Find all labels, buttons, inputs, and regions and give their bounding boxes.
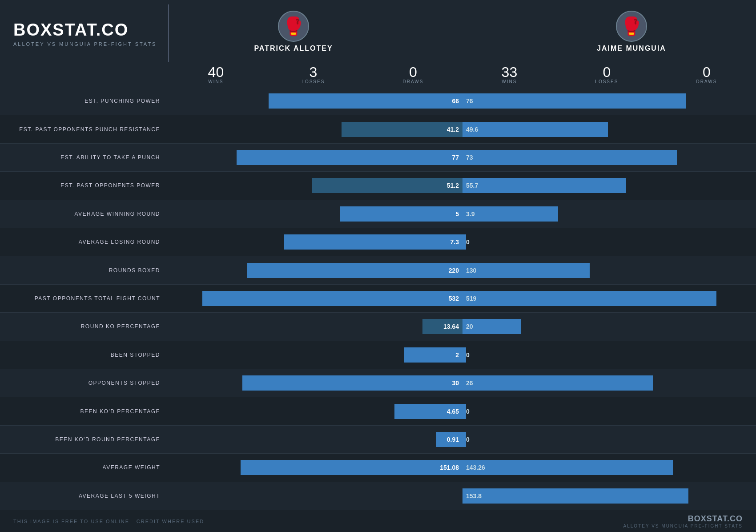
bar-right-value: 20 — [466, 323, 473, 330]
stat-row: ROUND KO PERCENTAGE 13.64 20 — [0, 312, 756, 340]
stat-label: ROUNDS BOXED — [0, 267, 169, 274]
bar-left: 30 — [242, 375, 462, 391]
left-bars: 220 — [169, 256, 462, 284]
stat-label: ROUND KO PERCENTAGE — [0, 323, 169, 330]
bar-right-container: 153.8 — [462, 482, 756, 510]
left-bars: 30 — [169, 369, 462, 397]
bar-right-value: 0 — [466, 436, 470, 443]
bar-left-value: 0.91 — [447, 436, 459, 443]
bar-right-value: 73 — [466, 154, 473, 161]
logo-section: BOXSTAT.CO ALLOTEY VS MUNGUIA PRE-FIGHT … — [0, 4, 169, 62]
bar-right-value: 26 — [466, 379, 473, 387]
stat-label: BEEN KO'D ROUND PERCENTAGE — [0, 436, 169, 443]
bar-right: 0 — [462, 432, 466, 447]
bar-left: 4.65 — [394, 404, 462, 419]
left-bars — [169, 482, 462, 510]
fighter2-avatar: 🥊 — [616, 11, 647, 42]
left-bars: 151.08 — [169, 454, 462, 481]
stat-row: OPPONENTS STOPPED 30 26 — [0, 369, 756, 397]
right-bars: 0 — [462, 228, 756, 256]
stat-bars: 30 26 — [169, 369, 756, 397]
right-bars: 55.7 — [462, 172, 756, 199]
bar-left-container: 220 — [169, 256, 462, 284]
stat-row: EST. PAST OPPONENTS PUNCH RESISTANCE 41.… — [0, 115, 756, 143]
fighter1-draws: 0 DRAWS — [403, 65, 424, 84]
right-bars: 519 — [462, 285, 756, 312]
bar-right: 20 — [462, 319, 521, 334]
right-bars: 143.26 — [462, 454, 756, 481]
fighters-header: 🥊 PATRICK ALLOTEY 🥊 JAIME MUNGUIA — [169, 11, 756, 56]
fighter2-wins: 33 WINS — [502, 65, 518, 84]
bar-left-container: 5 — [169, 200, 462, 228]
bar-left-container — [169, 482, 462, 510]
record-spacer — [0, 62, 169, 87]
stat-row: AVERAGE LAST 5 WEIGHT 153.8 — [0, 482, 756, 510]
fighter1-losses: 3 LOSSES — [302, 65, 325, 84]
bar-right-container: 26 — [462, 369, 756, 397]
stat-label: AVERAGE WINNING ROUND — [0, 211, 169, 217]
stat-label: AVERAGE WEIGHT — [0, 464, 169, 471]
bar-right-container: 0 — [462, 397, 756, 425]
stat-row: EST. PAST OPPONENTS POWER 51.2 55.7 — [0, 171, 756, 199]
bar-right-value: 130 — [466, 267, 476, 274]
bar-left-container: 0.91 — [169, 426, 462, 453]
left-bars: 41.2 — [169, 115, 462, 143]
bar-left: 13.64 — [422, 319, 462, 334]
stat-row: BEEN KO'D ROUND PERCENTAGE 0.91 0 — [0, 425, 756, 453]
left-bars: 0.91 — [169, 426, 462, 453]
bar-right-value: 143.26 — [466, 464, 485, 471]
bar-left-value: 77 — [452, 154, 459, 161]
right-bars: 3.9 — [462, 200, 756, 228]
bar-right-value: 0 — [466, 238, 470, 246]
bar-right-value: 55.7 — [466, 182, 478, 189]
fighter2-record: 33 WINS 0 LOSSES 0 DRAWS — [462, 62, 756, 87]
bar-left-container: 532 — [169, 285, 462, 312]
right-bars: 0 — [462, 426, 756, 453]
bar-right-container: 55.7 — [462, 172, 756, 199]
stat-bars: 4.65 0 — [169, 397, 756, 425]
stat-bars: 7.3 0 — [169, 228, 756, 256]
left-bars: 77 — [169, 144, 462, 171]
stat-bars: 66 76 — [169, 87, 756, 115]
stat-label: EST. ABILITY TO TAKE A PUNCH — [0, 154, 169, 161]
bar-right-value: 519 — [466, 295, 476, 302]
left-bars: 2 — [169, 341, 462, 369]
bar-left-value: 51.2 — [447, 182, 459, 189]
fighter1-record: 40 WINS 3 LOSSES 0 DRAWS — [169, 62, 462, 87]
stat-row: AVERAGE WEIGHT 151.08 143.26 — [0, 453, 756, 481]
stats-area: EST. PUNCHING POWER 66 76 EST. PAST OPPO… — [0, 87, 756, 510]
stat-label: EST. PAST OPPONENTS PUNCH RESISTANCE — [0, 126, 169, 133]
bar-left-value: 5 — [455, 210, 459, 218]
left-bars: 532 — [169, 285, 462, 312]
left-bars: 4.65 — [169, 397, 462, 425]
fighter2-header: 🥊 JAIME MUNGUIA — [507, 11, 756, 56]
bar-right: 519 — [462, 291, 716, 306]
bar-right: 143.26 — [462, 460, 673, 475]
footer: THIS IMAGE IS FREE TO USE ONLINE - CREDI… — [0, 510, 756, 532]
bar-right-container: 519 — [462, 285, 756, 312]
bar-right: 130 — [462, 263, 590, 278]
bar-left: 151.08 — [241, 460, 462, 475]
right-bars: 130 — [462, 256, 756, 284]
bar-left: 41.2 — [342, 122, 462, 137]
footer-subtitle: ALLOTEY VS MUNGUIA PRE-FIGHT STATS — [623, 524, 743, 528]
bar-right: 0 — [462, 347, 466, 363]
left-bars: 13.64 — [169, 313, 462, 340]
bar-right: 55.7 — [462, 178, 626, 193]
stat-bars: 2 0 — [169, 341, 756, 369]
bar-right-value: 49.6 — [466, 126, 478, 133]
bar-left: 220 — [247, 263, 462, 278]
bar-left-container: 4.65 — [169, 397, 462, 425]
bar-right: 49.6 — [462, 122, 608, 137]
bar-right: 26 — [462, 375, 653, 391]
bar-left-container: 41.2 — [169, 115, 462, 143]
bar-left-container: 30 — [169, 369, 462, 397]
stat-bars: 532 519 — [169, 285, 756, 312]
bar-left-value: 4.65 — [447, 408, 459, 415]
bar-right-container: 73 — [462, 144, 756, 171]
bar-left-container: 13.64 — [169, 313, 462, 340]
stat-row: AVERAGE LOSING ROUND 7.3 0 — [0, 228, 756, 256]
brand-title: BOXSTAT.CO — [13, 20, 168, 40]
left-bars: 5 — [169, 200, 462, 228]
bar-left-value: 13.64 — [443, 323, 459, 330]
